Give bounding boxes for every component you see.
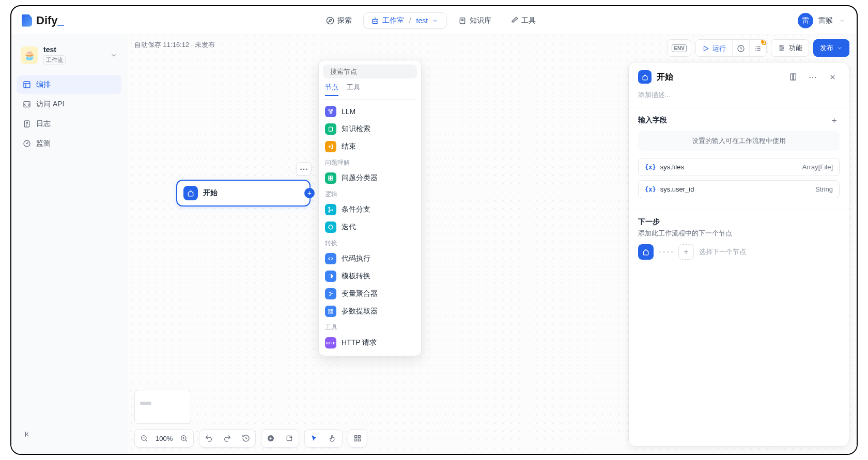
palette-item-knowledge[interactable]: 知识检索 — [323, 120, 417, 138]
run-button[interactable]: 运行 — [696, 40, 733, 57]
node-more-button[interactable]: ⋯ — [296, 162, 312, 176]
palette-item-extract[interactable]: 参数提取器 — [323, 303, 417, 320]
palette-section-transform: 转换 — [323, 236, 417, 250]
palette-tab-nodes[interactable]: 节点 — [325, 83, 338, 96]
exit-icon — [325, 141, 336, 152]
palette-item-classifier[interactable]: 问题分类器 — [323, 169, 417, 187]
organize-button[interactable] — [348, 429, 367, 448]
palette-item-template[interactable]: 模板转换 — [323, 267, 417, 285]
zoom-out-button[interactable] — [135, 429, 153, 448]
add-input-field-button[interactable] — [828, 115, 840, 126]
history-button[interactable] — [733, 40, 750, 57]
nav-tools[interactable]: 工具 — [503, 12, 543, 29]
palette-item-code[interactable]: 代码执行 — [323, 250, 417, 267]
layout-grid-icon — [353, 434, 362, 442]
svg-line-62 — [185, 440, 187, 441]
details-title[interactable]: 开始 — [657, 72, 781, 83]
gauge-icon — [23, 139, 31, 148]
app-selector[interactable]: test 工作流 — [17, 43, 121, 67]
details-desc[interactable]: 添加描述... — [629, 89, 849, 107]
palette-item-http[interactable]: HTTPHTTP 请求 — [323, 334, 417, 352]
svg-point-38 — [330, 112, 332, 114]
collapse-sidebar-button[interactable] — [21, 427, 35, 441]
publish-button[interactable]: 发布 — [813, 39, 849, 57]
variable-icon: {x} — [645, 186, 656, 193]
svg-rect-67 — [355, 436, 357, 438]
palette-search-input[interactable] — [330, 68, 417, 75]
svg-point-0 — [327, 17, 333, 24]
version-history-button[interactable] — [237, 429, 255, 448]
add-node-button[interactable] — [261, 429, 280, 448]
log-icon — [23, 120, 31, 128]
chevron-down-icon — [431, 17, 439, 25]
undo-button[interactable] — [199, 429, 218, 448]
checklist-button[interactable]: 1 — [750, 40, 766, 57]
avatar[interactable]: 雷 — [798, 13, 813, 28]
svg-point-29 — [780, 45, 782, 47]
palette-section-logic: 逻辑 — [323, 187, 417, 201]
zoom-level: 100% — [153, 435, 175, 442]
home-icon — [638, 70, 652, 84]
redo-icon — [223, 434, 231, 442]
svg-line-40 — [331, 111, 332, 113]
add-note-button[interactable] — [280, 429, 299, 448]
robot-icon — [371, 17, 379, 25]
merge-icon — [325, 288, 336, 299]
chevron-down-icon — [110, 52, 117, 59]
svg-point-4 — [376, 21, 376, 21]
zoom-in-button[interactable] — [175, 429, 193, 448]
add-next-node-button[interactable]: + — [678, 244, 694, 260]
palette-item-merge[interactable]: 变量聚合器 — [323, 285, 417, 303]
next-node-placeholder[interactable]: 选择下一个节点 — [699, 247, 746, 257]
palette-item-loop[interactable]: 迭代 — [323, 218, 417, 236]
pointer-tool-button[interactable] — [305, 429, 323, 448]
hand-icon — [329, 434, 337, 442]
layout-icon — [23, 81, 31, 89]
variable-icon: {x} — [645, 164, 656, 171]
features-button[interactable]: 功能 — [771, 39, 809, 57]
clock-icon — [737, 44, 745, 53]
nav-project-name[interactable]: test — [416, 17, 428, 25]
svg-marker-1 — [329, 19, 331, 22]
chevron-down-icon[interactable] — [838, 17, 846, 25]
minimap[interactable] — [134, 390, 191, 424]
book-open-icon — [789, 73, 797, 81]
variable-row[interactable]: {x}sys.user_id String — [638, 180, 840, 198]
home-icon — [183, 186, 198, 200]
palette-tab-tools[interactable]: 工具 — [347, 83, 360, 96]
sidebar-item-orchestrate[interactable]: 编排 — [17, 75, 121, 94]
panel-close-button[interactable] — [825, 70, 840, 84]
nav-explore[interactable]: 探索 — [319, 12, 359, 29]
grid-icon — [325, 306, 336, 317]
sidebar-item-monitor[interactable]: 监测 — [17, 134, 121, 153]
palette-item-end[interactable]: 结束 — [323, 138, 417, 155]
list-icon — [754, 44, 762, 53]
hand-tool-button[interactable] — [323, 429, 342, 448]
node-add-button[interactable]: + — [304, 188, 315, 198]
pointer-icon — [310, 434, 318, 442]
panel-guide-button[interactable] — [786, 70, 800, 84]
variable-row[interactable]: {x}sys.files Array[File] — [638, 158, 840, 176]
palette-search[interactable] — [323, 65, 417, 78]
panel-more-button[interactable]: ⋯ — [805, 70, 820, 84]
svg-rect-68 — [359, 436, 361, 438]
username[interactable]: 雷猴 — [818, 16, 833, 25]
palette-item-llm[interactable]: LLM — [323, 103, 417, 120]
svg-rect-9 — [24, 82, 30, 88]
sidebar-item-logs[interactable]: 日志 — [17, 115, 121, 133]
node-palette: 节点 工具 LLM 知识检索 结束 问题理解 问题分类器 逻辑 条件分支 迭代 … — [318, 60, 422, 356]
svg-marker-20 — [704, 46, 708, 51]
svg-rect-52 — [329, 309, 330, 311]
sidebar-item-api[interactable]: 访问 API — [17, 95, 121, 114]
brand-logo[interactable]: Dify_ — [22, 14, 64, 27]
next-step-title: 下一步 — [638, 217, 660, 227]
details-panel: 开始 ⋯ 添加描述... 输入字段 设置的输入可在工作流程中使用 {x}sys.… — [628, 62, 849, 447]
nav-knowledge[interactable]: 知识库 — [451, 12, 499, 29]
nav-studio[interactable]: 工作室 / test — [363, 12, 447, 29]
workflow-node-start[interactable]: ⋯ 开始 + — [176, 180, 311, 207]
redo-button[interactable] — [218, 429, 237, 448]
palette-item-if[interactable]: 条件分支 — [323, 201, 417, 218]
env-button[interactable]: ENV — [667, 39, 691, 57]
hammer-icon — [510, 17, 518, 25]
book-icon — [325, 123, 336, 135]
